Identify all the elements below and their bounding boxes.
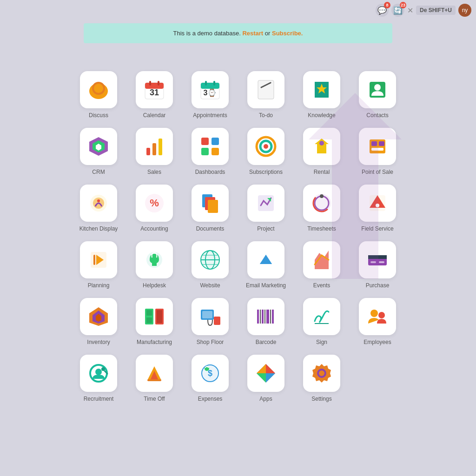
svg-rect-72: [146, 317, 152, 323]
svg-rect-24: [201, 138, 209, 145]
svg-rect-26: [201, 148, 209, 155]
app-item-emailmkt[interactable]: Email Marketing: [243, 241, 289, 289]
app-item-project[interactable]: Project: [243, 185, 289, 232]
app-item-calendar[interactable]: 31 Calendar: [131, 71, 178, 119]
app-icon-barcode: [247, 298, 284, 335]
app-label-shopfloor: Shop Floor: [197, 339, 224, 345]
demo-banner: This is a demo database. Restart or Subs…: [84, 23, 392, 43]
app-item-discuss[interactable]: Discuss: [75, 71, 122, 119]
app-label-employees: Employees: [364, 339, 391, 345]
avatar[interactable]: ny: [458, 4, 471, 17]
app-icon-employees: [359, 298, 396, 335]
svg-rect-27: [212, 148, 219, 155]
app-label-accounting: Accounting: [140, 225, 168, 232]
app-label-sign: Sign: [316, 339, 327, 345]
app-item-documents[interactable]: Documents: [187, 185, 233, 232]
messages-badge: 8: [384, 2, 390, 8]
app-label-helpdesk: Helpdesk: [143, 282, 166, 289]
app-icon-emailmkt: [247, 241, 284, 278]
app-icon-sign: [303, 298, 340, 335]
app-label-website: Website: [200, 282, 220, 289]
app-icon-settings: [303, 355, 340, 392]
app-label-apps: Apps: [259, 396, 272, 402]
app-item-sign[interactable]: Sign: [298, 298, 345, 345]
app-item-recruitment[interactable]: Recruitment: [75, 355, 122, 402]
app-item-dashboards[interactable]: Dashboards: [187, 128, 233, 175]
app-icon-timeoff: [136, 355, 173, 392]
app-label-planning: Planning: [88, 282, 110, 289]
svg-rect-21: [146, 148, 150, 155]
messages-icon[interactable]: 💬 8: [376, 4, 389, 17]
app-item-timeoff[interactable]: Time Off: [131, 355, 178, 402]
svg-point-30: [264, 144, 268, 149]
svg-rect-93: [147, 379, 161, 381]
app-label-emailmkt: Email Marketing: [246, 282, 286, 289]
subscribe-link[interactable]: Subscribe.: [272, 30, 303, 37]
app-icon-project: [247, 185, 284, 222]
app-item-apps[interactable]: Apps: [243, 355, 289, 402]
app-icon-shopfloor: [192, 298, 229, 335]
app-label-appointments: Appointments: [193, 112, 227, 119]
app-item-barcode[interactable]: Barcode: [243, 298, 289, 345]
app-item-planning[interactable]: Planning: [75, 241, 122, 289]
app-icon-appointments: 3⌚: [192, 71, 229, 108]
app-item-settings[interactable]: Settings: [298, 355, 345, 402]
svg-point-90: [95, 369, 102, 375]
shortcut-button[interactable]: De SHIFT+U: [416, 6, 456, 15]
app-icon-documents: [192, 185, 229, 222]
svg-point-38: [97, 199, 100, 202]
svg-point-17: [374, 84, 381, 91]
app-icon-helpdesk: [136, 241, 173, 278]
app-label-timeoff: Time Off: [144, 396, 165, 402]
svg-text:%: %: [150, 197, 159, 209]
app-item-website[interactable]: Website: [187, 241, 233, 289]
app-item-subscriptions[interactable]: Subscriptions: [243, 128, 289, 175]
app-item-inventory[interactable]: Inventory: [75, 298, 122, 345]
app-item-accounting[interactable]: % Accounting: [131, 185, 178, 232]
app-item-sales[interactable]: Sales: [131, 128, 178, 175]
svg-rect-79: [260, 310, 261, 324]
svg-rect-13: [258, 80, 274, 99]
app-label-discuss: Discuss: [89, 112, 108, 119]
app-item-crm[interactable]: CRM: [75, 128, 122, 175]
app-icon-recruitment: [80, 355, 117, 392]
svg-rect-84: [272, 310, 274, 324]
svg-rect-85: [257, 324, 275, 326]
restart-link[interactable]: Restart: [242, 30, 263, 37]
svg-rect-82: [266, 310, 269, 324]
app-icon-expenses: $: [192, 355, 229, 392]
app-item-employees[interactable]: Employees: [354, 298, 401, 345]
updates-icon[interactable]: 🔄 23: [391, 4, 404, 17]
svg-rect-43: [208, 200, 218, 213]
svg-rect-80: [262, 310, 264, 324]
app-item-todo[interactable]: To-do: [243, 71, 289, 119]
svg-marker-61: [259, 254, 273, 264]
svg-rect-78: [257, 310, 259, 324]
app-icon-discuss: [80, 71, 117, 108]
app-icon-sales: [136, 128, 173, 165]
close-icon[interactable]: ✕: [407, 6, 413, 15]
app-item-kitchen[interactable]: Kitchen Display: [75, 185, 122, 232]
app-icon-manufacturing: [136, 298, 173, 335]
svg-rect-81: [264, 310, 265, 324]
app-item-appointments[interactable]: 3⌚ Appointments: [187, 71, 233, 119]
svg-rect-7: [158, 81, 159, 86]
app-label-project: Project: [257, 225, 274, 232]
app-label-crm: CRM: [92, 169, 105, 175]
app-label-expenses: Expenses: [198, 396, 223, 402]
app-item-manufacturing[interactable]: Manufacturing: [131, 298, 178, 345]
svg-rect-6: [149, 81, 151, 86]
app-item-helpdesk[interactable]: Helpdesk: [131, 241, 178, 289]
svg-rect-11: [205, 81, 207, 86]
topbar: 💬 8 🔄 23 ✕ De SHIFT+U ny: [371, 0, 476, 20]
app-item-shopfloor[interactable]: Shop Floor: [187, 298, 233, 345]
app-label-settings: Settings: [311, 396, 331, 402]
app-icon-accounting: %: [136, 185, 173, 222]
app-label-inventory: Inventory: [87, 339, 110, 345]
app-label-purchase: Purchase: [366, 282, 390, 289]
svg-text:3⌚: 3⌚: [204, 88, 217, 97]
svg-rect-22: [152, 143, 156, 155]
banner-or: or: [265, 30, 271, 37]
app-item-expenses[interactable]: $ Expenses: [187, 355, 233, 402]
app-label-subscriptions: Subscriptions: [249, 169, 283, 175]
